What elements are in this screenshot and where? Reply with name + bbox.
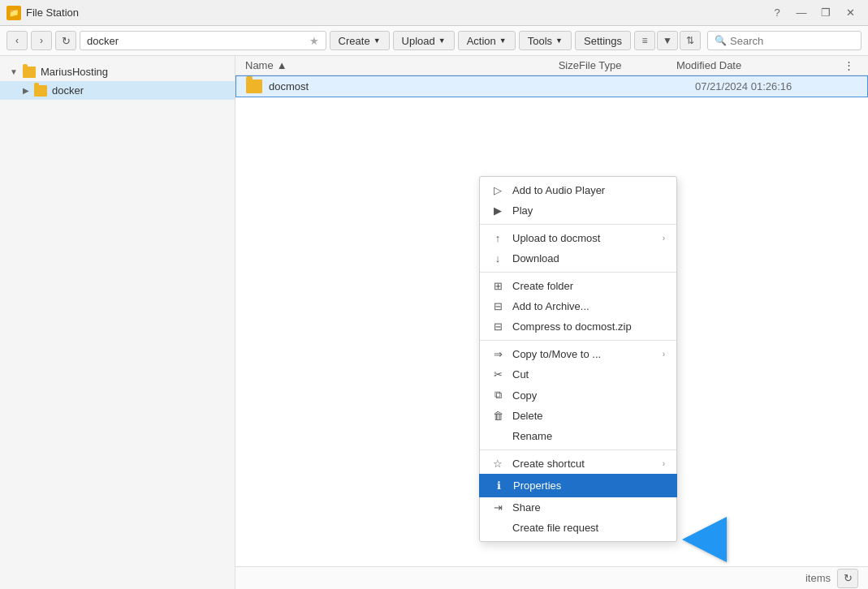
settings-button[interactable]: Settings [575,31,631,50]
titlebar-controls: ? — ❐ ✕ [766,4,862,22]
compress-label: Compress to docmost.zip [512,320,665,333]
column-name[interactable]: Name ▲ [245,59,514,71]
copy-move-arrow-icon: › [663,350,665,359]
column-type-label: File Type [579,59,622,71]
upload-to-arrow-icon: › [663,234,665,243]
menu-item-rename[interactable]: Rename [480,426,676,446]
path-text: docker [87,35,119,47]
body-area: ▼ MariusHosting ▶ docker Name ▲ Size [0,56,868,589]
menu-separator [480,272,676,273]
close-button[interactable]: ✕ [839,4,862,22]
tools-arrow-icon: ▼ [555,37,563,45]
column-type[interactable]: File Type [579,59,676,71]
search-icon: 🔍 [715,35,727,46]
delete-icon: 🗑 [491,410,504,422]
menu-item-copy[interactable]: ⧉Copy [480,385,676,406]
root-folder-icon [23,67,36,78]
copy-label: Copy [512,389,665,402]
column-modified-label: Modified Date [676,59,741,71]
tools-button[interactable]: Tools ▼ [519,31,572,50]
play-label: Play [512,204,665,217]
sidebar-item-docker[interactable]: ▶ docker [0,81,235,100]
sidebar-root-label: MariusHosting [41,66,108,78]
statusbar: items ↻ [235,566,868,589]
copy-icon: ⧉ [491,389,504,402]
menu-item-create-folder[interactable]: ⊞Create folder [480,276,676,296]
bookmark-icon[interactable]: ★ [309,35,319,47]
search-bar: 🔍 [707,31,862,50]
file-name: docmost [269,80,533,92]
upload-arrow-icon: ▼ [438,37,446,45]
column-more[interactable]: ⋮ [839,59,858,71]
create-button[interactable]: Create ▼ [330,31,390,50]
shortcut-icon: ☆ [491,458,504,470]
sidebar: ▼ MariusHosting ▶ docker [0,56,235,589]
statusbar-refresh-button[interactable]: ↻ [837,569,858,588]
docker-arrow-icon: ▶ [23,86,29,95]
menu-item-compress[interactable]: ⊟Compress to docmost.zip [480,316,676,337]
items-label: items [805,572,831,584]
sort-indicator: ▲ [277,59,287,71]
rename-label: Rename [512,430,665,442]
menu-item-copy-move[interactable]: ⇒Copy to/Move to ...› [480,344,676,364]
copy-move-icon: ⇒ [491,348,504,360]
column-size[interactable]: Size [514,59,579,71]
menu-item-download[interactable]: ↓Download [480,248,676,269]
forward-button[interactable]: › [31,31,52,50]
arrow-annotation [682,517,727,562]
create-folder-icon: ⊞ [491,280,504,292]
context-menu: ▷Add to Audio Player▶Play↑Upload to docm… [479,176,677,542]
menu-separator [480,340,676,341]
menu-item-delete[interactable]: 🗑Delete [480,406,676,426]
action-button[interactable]: Action ▼ [458,31,516,50]
download-label: Download [512,252,665,264]
menu-item-properties[interactable]: ℹProperties [479,474,677,497]
upload-button[interactable]: Upload ▼ [393,31,455,50]
file-list-header: Name ▲ Size File Type Modified Date ⋮ [235,56,868,75]
sidebar-docker-label: docker [52,84,84,97]
expand-arrow-icon: ▼ [10,67,18,76]
view-dropdown-button[interactable]: ▼ [657,31,678,50]
cut-label: Cut [512,368,665,380]
share-icon: ⇥ [491,501,504,514]
settings-label: Settings [584,35,622,47]
compress-icon: ⊟ [491,320,504,333]
action-label: Action [467,35,496,47]
titlebar: 📁 File Station ? — ❐ ✕ [0,0,868,26]
create-label: Create [339,35,370,47]
menu-item-cut[interactable]: ✂Cut [480,364,676,385]
menu-item-file-request[interactable]: Create file request [480,518,676,538]
add-archive-icon: ⊟ [491,300,504,312]
minimize-button[interactable]: — [790,4,813,22]
shortcut-arrow-icon: › [663,459,665,468]
file-request-label: Create file request [512,522,665,534]
menu-item-upload-to[interactable]: ↑Upload to docmost› [480,228,676,248]
menu-item-shortcut[interactable]: ☆Create shortcut› [480,454,676,474]
add-audio-label: Add to Audio Player [512,184,665,196]
menu-item-share[interactable]: ⇥Share [480,497,676,518]
create-arrow-icon: ▼ [374,37,381,45]
menu-item-play[interactable]: ▶Play [480,200,676,221]
menu-item-add-archive[interactable]: ⊟Add to Archive... [480,296,676,316]
titlebar-left: 📁 File Station [6,6,79,20]
column-modified[interactable]: Modified Date [676,59,839,71]
delete-label: Delete [512,410,665,422]
table-row[interactable]: docmost 07/21/2024 01:26:16 [235,75,868,97]
add-archive-label: Add to Archive... [512,300,665,312]
menu-item-add-audio[interactable]: ▷Add to Audio Player [480,180,676,200]
back-button[interactable]: ‹ [6,31,28,50]
menu-separator [480,224,676,225]
copy-move-label: Copy to/Move to ... [512,348,654,360]
refresh-button[interactable]: ↻ [55,31,76,50]
create-folder-label: Create folder [512,280,665,292]
toolbar: ‹ › ↻ docker ★ Create ▼ Upload ▼ Action … [0,26,868,56]
upload-to-icon: ↑ [491,232,504,244]
menu-separator [480,449,676,450]
list-view-button[interactable]: ≡ [634,31,655,50]
sidebar-item-root[interactable]: ▼ MariusHosting [0,62,235,81]
help-button[interactable]: ? [766,4,788,22]
cut-icon: ✂ [491,368,504,380]
restore-button[interactable]: ❐ [814,4,837,22]
search-input[interactable] [730,35,844,47]
sort-button[interactable]: ⇅ [680,31,701,50]
